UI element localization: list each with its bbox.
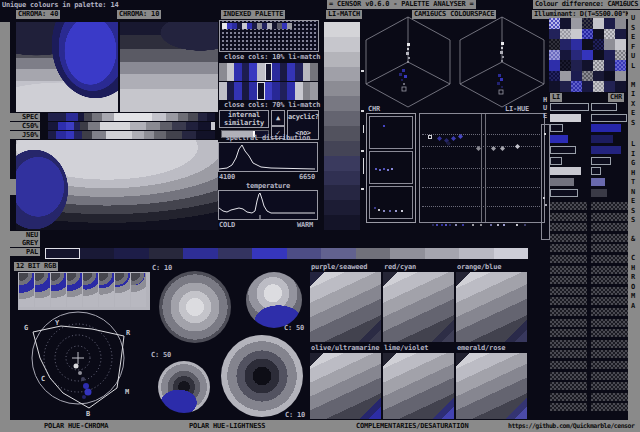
mix-cell[interactable] — [571, 29, 582, 40]
mix-cell[interactable] — [560, 50, 571, 61]
palette-swatch[interactable] — [321, 248, 356, 259]
palette-swatch[interactable] — [80, 248, 115, 259]
mix-cell[interactable] — [582, 71, 593, 82]
palette-swatch[interactable] — [272, 63, 280, 81]
palette-swatch[interactable] — [183, 248, 218, 259]
palette-swatch[interactable] — [45, 248, 80, 259]
palette-swatch[interactable] — [218, 248, 253, 259]
mix-cell[interactable] — [615, 71, 626, 82]
mix-cell[interactable] — [549, 60, 560, 71]
spectral-x-min: 4100 — [219, 173, 235, 181]
mix-cell[interactable] — [571, 71, 582, 82]
placeholder-bar — [591, 361, 628, 369]
mix-cell[interactable] — [593, 18, 604, 29]
palette-swatch[interactable] — [272, 82, 280, 100]
palette-swatch[interactable] — [356, 248, 391, 259]
data-point — [383, 168, 385, 170]
palette-swatch[interactable] — [219, 82, 227, 100]
palette-swatch[interactable] — [303, 82, 311, 100]
mix-cell[interactable] — [582, 60, 593, 71]
mix-cell[interactable] — [571, 39, 582, 50]
palette-swatch[interactable] — [390, 248, 425, 259]
mix-cell[interactable] — [560, 71, 571, 82]
palette-swatch[interactable] — [287, 82, 295, 100]
palette-swatch[interactable] — [257, 63, 265, 81]
palette-swatch[interactable] — [310, 82, 318, 100]
mix-cell[interactable] — [549, 39, 560, 50]
mix-cell[interactable] — [604, 71, 615, 82]
mix-cell[interactable] — [560, 81, 571, 92]
mix-cell[interactable] — [615, 81, 626, 92]
palette-swatch[interactable] — [249, 82, 257, 100]
bar-segment — [132, 131, 144, 139]
placeholder-bar — [550, 234, 587, 242]
palette-swatch[interactable] — [459, 248, 494, 259]
palette-swatch[interactable] — [234, 82, 242, 100]
mix-cell[interactable] — [582, 81, 593, 92]
palette-swatch[interactable] — [265, 63, 273, 81]
palette-swatch[interactable] — [249, 63, 257, 81]
mix-cell[interactable] — [593, 39, 604, 50]
mix-cell[interactable] — [582, 18, 593, 29]
palette-swatch[interactable] — [114, 248, 149, 259]
mix-cell[interactable] — [604, 29, 615, 40]
mix-cell[interactable] — [604, 81, 615, 92]
palette-swatch[interactable] — [242, 63, 250, 81]
palette-swatch[interactable] — [219, 63, 227, 81]
mix-cell[interactable] — [615, 18, 626, 29]
palette-swatch[interactable] — [287, 23, 292, 29]
mix-cell[interactable] — [560, 29, 571, 40]
palette-swatch[interactable] — [280, 63, 288, 81]
palette-swatch[interactable] — [494, 248, 529, 259]
mix-cell[interactable] — [560, 18, 571, 29]
palette-swatch[interactable] — [265, 82, 273, 100]
palette-swatch[interactable] — [227, 63, 235, 81]
palette-swatch[interactable] — [310, 63, 318, 81]
mix-cell[interactable] — [571, 50, 582, 61]
palette-trail-point — [74, 364, 79, 369]
palette-swatch[interactable] — [287, 248, 322, 259]
palette-swatch[interactable] — [257, 82, 265, 100]
palette-swatch[interactable] — [242, 82, 250, 100]
mix-cell[interactable] — [615, 60, 626, 71]
palette-swatch[interactable] — [149, 248, 184, 259]
mix-cell[interactable] — [604, 39, 615, 50]
palette-swatch[interactable] — [425, 248, 460, 259]
palette-swatch[interactable] — [234, 63, 242, 81]
mix-cell[interactable] — [549, 81, 560, 92]
palette-swatch[interactable] — [295, 82, 303, 100]
palette-swatch[interactable] — [303, 63, 311, 81]
colour-difference-setting[interactable]: Colour difference: CAM16UCS — [533, 0, 640, 9]
mix-cell[interactable] — [571, 81, 582, 92]
bar-segment — [48, 131, 56, 139]
mix-cell[interactable] — [604, 18, 615, 29]
mix-cell[interactable] — [560, 60, 571, 71]
palette-swatch[interactable] — [295, 63, 303, 81]
palette-swatch[interactable] — [227, 82, 235, 100]
github-url-link[interactable]: https://github.com/Quickmarble/censor — [508, 422, 634, 430]
mix-cell[interactable] — [571, 60, 582, 71]
mix-cell[interactable] — [593, 71, 604, 82]
mix-cell[interactable] — [549, 71, 560, 82]
mix-cell[interactable] — [615, 29, 626, 40]
mix-cell[interactable] — [549, 18, 560, 29]
palette-swatch[interactable] — [252, 248, 287, 259]
mix-cell[interactable] — [560, 39, 571, 50]
mix-cell[interactable] — [593, 60, 604, 71]
mix-cell[interactable] — [604, 50, 615, 61]
mix-cell[interactable] — [593, 50, 604, 61]
mix-cell[interactable] — [582, 29, 593, 40]
scroll-up-button[interactable]: ▲ — [271, 110, 285, 126]
mix-cell[interactable] — [615, 39, 626, 50]
mix-cell[interactable] — [571, 18, 582, 29]
mix-cell[interactable] — [593, 29, 604, 40]
mix-cell[interactable] — [604, 60, 615, 71]
palette-swatch[interactable] — [280, 82, 288, 100]
mix-cell[interactable] — [549, 50, 560, 61]
palette-swatch[interactable] — [287, 63, 295, 81]
mix-cell[interactable] — [593, 81, 604, 92]
mix-cell[interactable] — [549, 29, 560, 40]
mix-cell[interactable] — [582, 50, 593, 61]
mix-cell[interactable] — [615, 50, 626, 61]
mix-cell[interactable] — [582, 39, 593, 50]
